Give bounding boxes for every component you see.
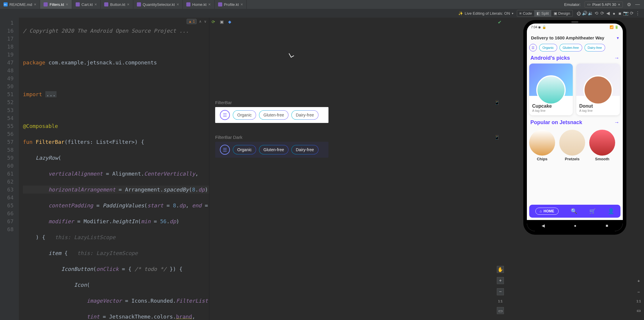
close-icon[interactable]: × [94, 2, 97, 7]
tab-label: Button.kt [110, 2, 125, 7]
zoom-ratio[interactable]: 1:1 [636, 299, 641, 303]
chip-organic[interactable]: Organic [233, 145, 256, 154]
tab-quantity[interactable]: QuantitySelector.kt× [133, 0, 183, 9]
rotate-right-icon[interactable]: ⟳ [600, 11, 605, 16]
signal-icons: 📶 🔋 [610, 25, 619, 29]
chip-gluten[interactable]: Gluten-free [259, 110, 288, 120]
device-icon[interactable]: 📱 [494, 100, 500, 105]
refresh-icon[interactable]: ⟳ [212, 19, 217, 25]
snack-image-icon [536, 75, 566, 105]
minimize-icon[interactable]: — [635, 2, 640, 7]
filterbar-light-preview[interactable]: ☰ Organic Gluten-free Dairy-free [215, 107, 328, 123]
item-chips[interactable]: Chips [529, 130, 555, 161]
close-icon[interactable]: × [34, 2, 36, 7]
tab-readme[interactable]: M↓README.md× [0, 0, 40, 9]
chevron-down-icon[interactable]: ▾ [617, 36, 619, 40]
filter-icon[interactable]: ☰ [220, 110, 230, 120]
view-design[interactable]: ▣Design [551, 10, 572, 16]
zoom-out-icon[interactable]: − [635, 288, 642, 295]
nav-profile[interactable]: 👤 [608, 208, 614, 214]
chip-organic[interactable]: Organic [539, 44, 557, 51]
tab-label: README.md [9, 2, 32, 7]
tab-cart[interactable]: Cart.kt× [72, 0, 101, 9]
interactive-icon[interactable]: ◆ [228, 19, 233, 25]
nav-home[interactable]: ⌂HOME [535, 208, 559, 215]
view-split[interactable]: ◧Split [534, 10, 551, 16]
line-gutter: 1161718194748495051525354555657585960616… [0, 18, 19, 320]
device-icon[interactable]: 📱 [494, 135, 500, 140]
next-highlight-icon[interactable]: ∨ [204, 19, 207, 24]
gear-icon[interactable]: ⚙ [627, 2, 631, 7]
screenshot-icon[interactable]: 📷 [623, 11, 628, 16]
fit-icon[interactable]: ▭ [497, 307, 504, 314]
tab-home[interactable]: Home.kt× [183, 0, 215, 9]
pan-icon[interactable]: ✋ [497, 266, 504, 273]
kotlin-icon [137, 2, 141, 6]
close-icon[interactable]: × [208, 2, 211, 7]
chip-gluten[interactable]: Gluten-free [560, 44, 582, 51]
code-editor[interactable]: 1161718194748495051525354555657585960616… [0, 18, 209, 320]
overview-icon[interactable]: ■ [618, 11, 622, 16]
rotate-left-icon[interactable]: ⟲ [594, 11, 599, 16]
filter-icon[interactable]: ☰ [529, 44, 537, 51]
chip-organic[interactable]: Organic [233, 110, 256, 120]
close-icon[interactable]: × [240, 2, 243, 7]
preview-toolbar: ⟳ ▣ ◆ [212, 19, 233, 25]
chip-dairy[interactable]: Dairy-free [291, 145, 318, 154]
tab-label: QuantitySelector.kt [143, 2, 175, 7]
nav-search[interactable]: 🔍 [571, 208, 577, 214]
view-code[interactable]: ≡Code [517, 10, 535, 16]
system-nav: ◀ ● ■ [527, 220, 623, 231]
power-icon[interactable]: ⏻ [576, 11, 581, 16]
prev-highlight-icon[interactable]: ∧ [199, 19, 202, 24]
card-donut[interactable]: DonutA tag line [576, 64, 620, 115]
volume-up-icon[interactable]: 🔊 [582, 11, 587, 16]
phone-screen[interactable]: 7:04 ◉ 🔒 📶 🔋 Delivery to 1600 Amphitheat… [527, 24, 623, 231]
close-icon[interactable]: × [66, 2, 68, 7]
device-selector[interactable]: ▭Pixel 5 API 30× [585, 1, 623, 8]
more-icon[interactable]: ⋮ [635, 11, 640, 16]
overview-icon[interactable]: ■ [606, 223, 608, 228]
chip-dairy[interactable]: Dairy-free [585, 44, 605, 51]
tab-filters[interactable]: Filters.kt× [40, 0, 72, 9]
zoom-in-icon[interactable]: + [635, 277, 642, 284]
preview-label-dark: FilterBar Dark📱 [215, 135, 506, 140]
item-smoothie[interactable]: Smooth [589, 130, 615, 161]
chip-dairy[interactable]: Dairy-free [291, 110, 318, 120]
tab-button[interactable]: Button.kt× [101, 0, 133, 9]
zoom-out-icon[interactable]: − [497, 288, 504, 295]
back-icon[interactable]: ◀ [606, 11, 610, 16]
filter-icon[interactable]: ☰ [220, 145, 230, 155]
refresh-icon[interactable]: ⟳ [629, 11, 634, 16]
delivery-row[interactable]: Delivery to 1600 Amphitheater Way▾ [529, 33, 620, 43]
card-cupcake[interactable]: CupcakeA tag line [529, 64, 573, 115]
home-icon[interactable]: ● [574, 223, 576, 228]
fit-icon[interactable]: ▭ [635, 307, 642, 314]
arrow-right-icon[interactable]: → [614, 119, 619, 126]
filterbar-dark-preview[interactable]: ☰ Organic Gluten-free Dairy-free [215, 142, 328, 158]
zoom-in-icon[interactable]: + [497, 277, 504, 284]
volume-down-icon[interactable]: 🔉 [588, 11, 593, 16]
app-filter-bar: ☰ Organic Gluten-free Dairy-free [529, 43, 620, 55]
item-label: Smooth [595, 157, 609, 161]
deploy-icon[interactable]: ▣ [220, 19, 225, 25]
close-icon[interactable]: × [177, 2, 179, 7]
chip-gluten[interactable]: Gluten-free [259, 145, 288, 154]
seg-label: Code [523, 11, 532, 16]
code-content[interactable]: / Copyright 2020 The Android Open Source… [19, 18, 209, 320]
tab-label: Cart.kt [82, 2, 93, 7]
home-icon[interactable]: ● [612, 11, 616, 16]
live-edit-toggle[interactable]: ✨Live Editing of Literals: ON▾ [458, 11, 513, 16]
inspection-widget[interactable]: ▲ 1 ∧ ∨ [187, 19, 207, 24]
zoom-ratio[interactable]: 1:1 [498, 299, 502, 303]
nav-cart[interactable]: 🛒 [589, 208, 596, 214]
item-pretzels[interactable]: Pretzels [559, 130, 585, 161]
code-icon: ≡ [519, 11, 522, 16]
warning-badge[interactable]: ▲ 1 [187, 19, 197, 24]
close-icon[interactable]: × [127, 2, 130, 7]
item-label: Pretzels [565, 157, 580, 161]
arrow-right-icon[interactable]: → [614, 55, 619, 61]
close-icon[interactable]: × [618, 2, 620, 7]
back-icon[interactable]: ◀ [542, 223, 545, 228]
tab-profile[interactable]: Profile.kt× [215, 0, 247, 9]
